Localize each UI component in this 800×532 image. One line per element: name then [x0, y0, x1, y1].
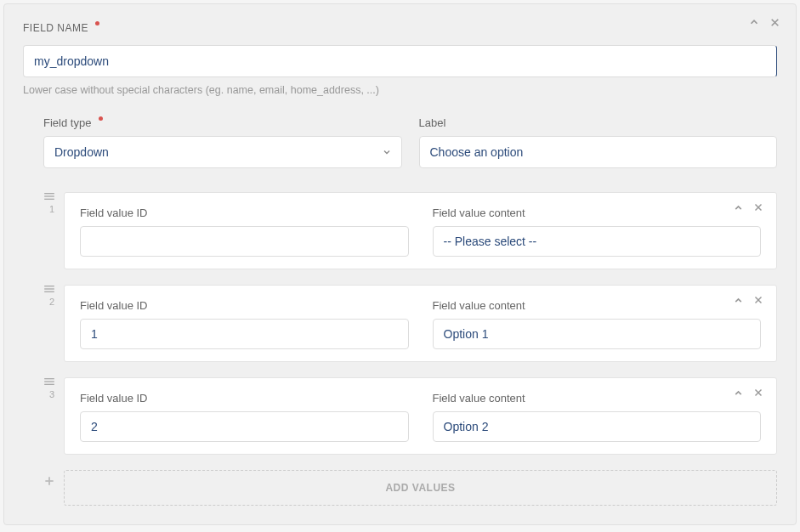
label-label: Label	[419, 116, 446, 129]
label-input[interactable]	[419, 136, 778, 168]
value-id-label: Field value ID	[80, 299, 147, 312]
panel-actions	[748, 16, 780, 28]
required-dot-icon	[95, 21, 99, 25]
add-values-row: ADD VALUES	[64, 470, 777, 506]
value-row: 1 Field value ID	[64, 192, 777, 269]
value-id-label: Field value ID	[80, 392, 147, 405]
value-content-input[interactable]	[433, 226, 762, 257]
field-name-hint: Lower case without special characters (e…	[23, 84, 777, 96]
collapse-icon[interactable]	[748, 16, 760, 28]
collapse-icon[interactable]	[732, 387, 744, 399]
value-row: 2 Field value ID	[64, 285, 777, 362]
field-label-group: Label	[419, 115, 778, 168]
field-type-select[interactable]: Dropdown	[43, 136, 402, 168]
values-list: 1 Field value ID	[43, 192, 777, 506]
close-icon[interactable]	[752, 201, 764, 213]
drag-handle-icon[interactable]	[43, 377, 60, 386]
value-content-label: Field value content	[433, 207, 525, 219]
field-name-group: FIELD NAME Lower case without special ch…	[23, 20, 777, 96]
add-values-button[interactable]: ADD VALUES	[64, 470, 777, 506]
value-id-label: Field value ID	[80, 207, 147, 219]
value-id-input[interactable]	[80, 411, 409, 442]
drag-handle-icon[interactable]	[43, 192, 60, 201]
value-card: Field value ID Field value content	[64, 377, 777, 455]
field-type-label: Field type	[43, 116, 91, 129]
value-content-label: Field value content	[433, 392, 525, 405]
row-number: 3	[43, 389, 60, 399]
value-card: Field value ID Field value content	[64, 285, 777, 362]
field-name-label: FIELD NAME	[23, 22, 88, 34]
plus-icon[interactable]	[43, 475, 60, 487]
row-number: 2	[43, 297, 60, 307]
field-name-input[interactable]	[23, 45, 777, 77]
drag-handle-icon[interactable]	[43, 285, 60, 293]
value-content-input[interactable]	[433, 319, 762, 349]
required-dot-icon	[99, 116, 103, 121]
close-icon[interactable]	[769, 16, 780, 28]
value-id-input[interactable]	[80, 319, 409, 349]
value-row: 3 Field value ID	[64, 377, 777, 455]
value-card: Field value ID Field value content	[64, 192, 777, 269]
close-icon[interactable]	[752, 294, 764, 306]
collapse-icon[interactable]	[732, 201, 744, 213]
collapse-icon[interactable]	[732, 294, 744, 306]
row-number: 1	[43, 204, 60, 214]
field-editor-panel: FIELD NAME Lower case without special ch…	[3, 3, 797, 525]
value-id-input[interactable]	[80, 226, 409, 257]
field-type-row: Field type Dropdown Label	[43, 115, 777, 168]
value-content-input[interactable]	[433, 411, 762, 442]
value-content-label: Field value content	[433, 299, 525, 312]
field-type-group: Field type Dropdown	[43, 115, 402, 168]
close-icon[interactable]	[752, 387, 764, 399]
